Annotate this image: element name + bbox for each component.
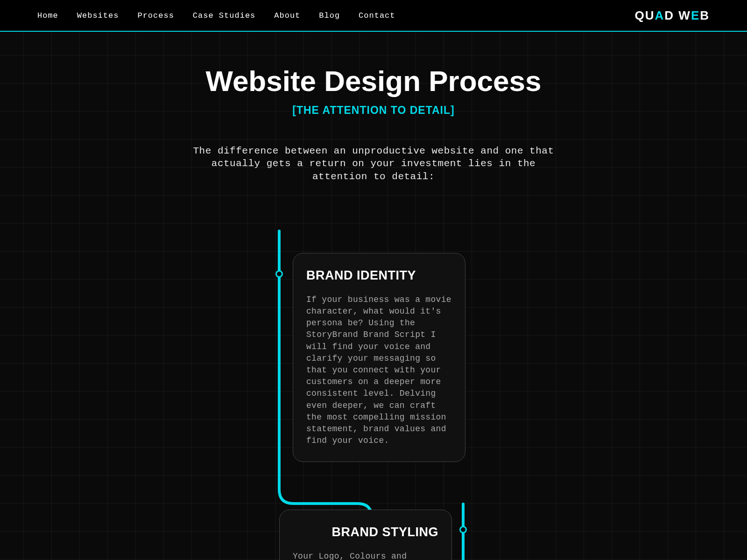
timeline-line xyxy=(278,230,281,463)
nav-home[interactable]: Home xyxy=(37,11,58,20)
page-title: Website Design Process xyxy=(0,64,747,98)
card-brand-identity: BRAND IDENTITY If your business was a mo… xyxy=(293,253,465,462)
card-brand-styling: BRAND STYLING Your Logo, Colours and Typ… xyxy=(279,510,452,560)
logo[interactable]: QUAD WEB xyxy=(635,8,710,23)
nav-case-studies[interactable]: Case Studies xyxy=(193,11,255,20)
nav-websites[interactable]: Websites xyxy=(77,11,119,20)
page-subtitle: [THE ATTENTION TO DETAIL] xyxy=(0,104,747,117)
card-title: BRAND IDENTITY xyxy=(306,268,452,283)
nav-about[interactable]: About xyxy=(274,11,300,20)
timeline-dot-icon xyxy=(275,270,283,278)
main-content: Website Design Process [THE ATTENTION TO… xyxy=(0,32,747,183)
card-body: If your business was a movie character, … xyxy=(306,294,452,447)
timeline-dot-icon xyxy=(459,526,467,533)
nav-links: Home Websites Process Case Studies About… xyxy=(37,11,395,20)
logo-text: QU xyxy=(635,8,655,22)
logo-accent: A xyxy=(655,8,665,22)
nav-blog[interactable]: Blog xyxy=(319,11,340,20)
intro-text: The difference between an unproductive w… xyxy=(191,145,556,183)
logo-text: D W xyxy=(664,8,691,22)
card-body: Your Logo, Colours and Typography are ju… xyxy=(293,551,438,560)
logo-text: B xyxy=(700,8,710,22)
card-title: BRAND STYLING xyxy=(293,525,438,539)
nav-contact[interactable]: Contact xyxy=(359,11,395,20)
top-nav: Home Websites Process Case Studies About… xyxy=(0,0,747,32)
nav-process[interactable]: Process xyxy=(137,11,174,20)
logo-accent: E xyxy=(691,8,700,22)
timeline-curve-icon xyxy=(278,462,373,518)
